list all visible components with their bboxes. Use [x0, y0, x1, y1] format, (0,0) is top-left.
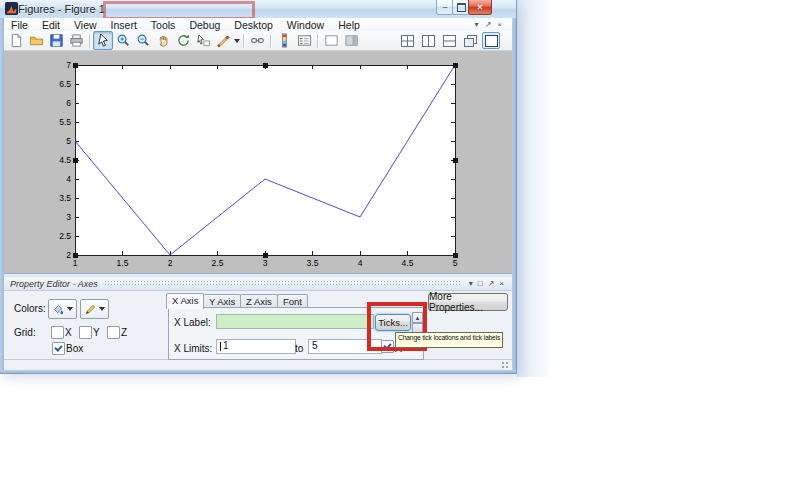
brush-data-button[interactable] [213, 31, 233, 50]
menubar-undock-icon[interactable]: ↗ [485, 20, 492, 29]
tab-x-axis[interactable]: X Axis [166, 293, 204, 309]
window-border-bottom [0, 370, 516, 373]
new-document-icon [9, 33, 24, 48]
figures-window: Figures - Figure 1 – × File Edit View In… [0, 0, 516, 373]
menu-edit[interactable]: Edit [35, 19, 67, 31]
menu-help[interactable]: Help [331, 19, 367, 31]
to-label: to [295, 343, 303, 354]
toolbar-separator [243, 34, 244, 48]
panel-undock-icon[interactable]: ↗ [488, 279, 495, 288]
selection-handle[interactable] [453, 253, 458, 258]
tile-horizontal-button[interactable] [440, 32, 458, 49]
grid-y-checkbox[interactable] [79, 326, 92, 339]
x-limits-from-input[interactable]: 1 [216, 339, 296, 354]
x-limits-label: X Limits: [174, 343, 212, 354]
new-figure-button[interactable] [6, 31, 26, 50]
cascade-button[interactable] [461, 32, 479, 49]
tile-horizontal-icon [443, 35, 456, 47]
brush-dropdown-icon[interactable] [234, 39, 240, 43]
menu-file[interactable]: File [4, 19, 35, 31]
pan-button[interactable] [153, 31, 173, 50]
selection-handle[interactable] [453, 158, 458, 163]
link-plot-icon [250, 33, 265, 48]
insert-colorbar-button[interactable] [274, 31, 294, 50]
grid-x-checkbox[interactable] [51, 326, 64, 339]
tile-vertical-button[interactable] [419, 32, 437, 49]
cascade-icon [464, 35, 477, 47]
minimize-icon: – [442, 2, 447, 12]
x-label-input[interactable] [216, 314, 374, 329]
hide-plot-tools-icon [324, 33, 339, 48]
zoom-out-button[interactable] [133, 31, 153, 50]
colorbar-icon [277, 33, 292, 48]
selection-handle[interactable] [73, 158, 78, 163]
colors-label: Colors: [14, 303, 46, 314]
figure-canvas[interactable]: 11.522.533.544.5522.533.544.555.566.57 [4, 50, 512, 273]
dropdown-icon [67, 307, 73, 311]
data-cursor-button[interactable] [193, 31, 213, 50]
tab-z-axis[interactable]: Z Axis [240, 294, 278, 308]
property-editor-header[interactable]: Property Editor - Axes ▾ □ ↗ × [4, 277, 512, 291]
link-plot-button[interactable] [247, 31, 267, 50]
plot-area[interactable]: 11.522.533.544.5522.533.544.555.566.57 [4, 50, 512, 273]
menu-window[interactable]: Window [280, 19, 331, 31]
hide-plot-tools-button[interactable] [321, 31, 341, 50]
selection-handle[interactable] [263, 63, 268, 68]
menu-desktop[interactable]: Desktop [227, 19, 280, 31]
selection-handle[interactable] [263, 253, 268, 258]
selection-handle[interactable] [453, 63, 458, 68]
menu-tools[interactable]: Tools [144, 19, 183, 31]
selection-handle[interactable] [73, 63, 78, 68]
print-button[interactable] [66, 31, 86, 50]
zoom-in-button[interactable] [113, 31, 133, 50]
insert-legend-button[interactable] [294, 31, 314, 50]
axes-box[interactable] [75, 65, 455, 255]
window-border-right [512, 18, 516, 373]
menu-insert[interactable]: Insert [104, 19, 144, 31]
grid-z-checkbox[interactable] [107, 326, 120, 339]
desktop: { "window": { "title": "Figures - Figure… [0, 0, 800, 489]
menu-view[interactable]: View [67, 19, 104, 31]
tab-y-axis[interactable]: Y Axis [203, 294, 241, 308]
tile-grid-button[interactable] [398, 32, 416, 49]
panel-maximize-icon[interactable]: □ [478, 279, 483, 288]
edit-plot-button[interactable] [93, 31, 113, 50]
panel-texture [104, 280, 461, 287]
pan-hand-icon [156, 33, 171, 48]
tab-font[interactable]: Font [277, 294, 308, 308]
single-window-button[interactable] [482, 32, 500, 49]
zoom-out-icon [136, 33, 151, 48]
property-editor-body: Colors: Grid: X Y Z Box X Axis Y Axis Z … [4, 290, 512, 359]
save-button[interactable] [46, 31, 66, 50]
menu-debug[interactable]: Debug [182, 19, 227, 31]
desktop-glow [516, 0, 554, 377]
rotate-3d-icon [176, 33, 191, 48]
tooltip: Change tick locations and tick labels [395, 332, 503, 348]
open-file-button[interactable] [26, 31, 46, 50]
close-button[interactable]: × [468, 0, 492, 15]
toolbar-separator [89, 34, 90, 48]
text-caret [220, 342, 221, 351]
save-icon [49, 33, 64, 48]
fill-color-button[interactable] [48, 299, 77, 319]
brush-icon [216, 33, 231, 48]
panel-dock-icon[interactable]: ▾ [469, 279, 473, 288]
more-properties-button[interactable]: More Properties... [428, 293, 508, 311]
panel-close-icon[interactable]: × [499, 279, 504, 288]
data-cursor-icon [196, 33, 211, 48]
rotate-3d-button[interactable] [173, 31, 193, 50]
menubar-menu-icon[interactable]: ▾ [475, 20, 479, 29]
box-checkbox[interactable] [52, 342, 65, 355]
panel-header-controls: ▾ □ ↗ × [469, 279, 512, 288]
matlab-icon [5, 2, 18, 15]
paint-can-icon [52, 303, 65, 316]
resize-grip-icon[interactable] [501, 361, 509, 369]
menubar-close-icon[interactable]: × [497, 20, 502, 29]
pen-icon [84, 303, 97, 316]
selection-handle[interactable] [73, 253, 78, 258]
edge-color-button[interactable] [80, 299, 109, 319]
open-folder-icon [29, 33, 44, 48]
x-limits-from-value: 1 [223, 340, 229, 351]
show-plot-tools-button[interactable] [341, 31, 361, 50]
maximize-icon [457, 3, 466, 12]
